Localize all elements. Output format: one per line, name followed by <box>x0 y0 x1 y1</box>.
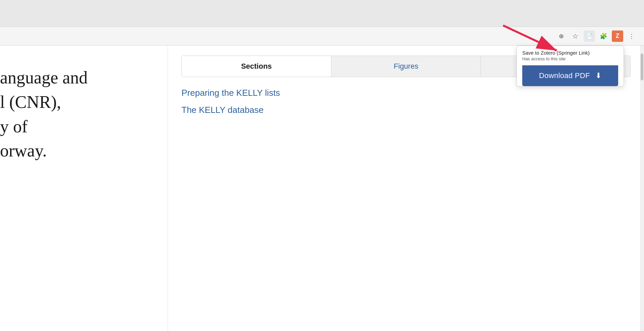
tab-figures[interactable]: Figures <box>331 56 481 77</box>
section-link-kelly-database[interactable]: The KELLY database <box>181 105 631 115</box>
tooltip-title: Save to Zotero (Springer Link) <box>522 50 618 56</box>
download-pdf-button[interactable]: Download PDF ⬇ <box>522 65 618 86</box>
scrollbar[interactable] <box>640 46 644 331</box>
extensions-icon[interactable]: 🧩 <box>598 30 609 42</box>
browser-toolbar: ⊕ ☆ 📄 🧩 Z ⋮ Save to Zotero (Springer Lin… <box>0 27 644 46</box>
text-line-1: anguage and <box>0 66 154 90</box>
tooltip-subtitle: Has access to this site <box>522 56 618 61</box>
text-line-3: y of <box>0 115 154 139</box>
zotero-button[interactable]: Z <box>612 30 623 42</box>
zotero-tooltip: Save to Zotero (Springer Link) Has acces… <box>517 46 624 86</box>
left-text-area: anguage and l (CNR), y of orway. <box>0 46 168 331</box>
browser-chrome <box>0 0 644 27</box>
text-line-2: l (CNR), <box>0 90 154 115</box>
reader-icon[interactable]: 📄 <box>584 30 595 42</box>
more-menu-icon[interactable]: ⋮ <box>626 30 637 42</box>
tab-sections[interactable]: Sections <box>182 56 331 77</box>
download-icon: ⬇ <box>595 71 601 80</box>
main-content: anguage and l (CNR), y of orway. Section… <box>0 46 644 331</box>
scrollbar-thumb[interactable] <box>641 54 643 80</box>
zoom-icon[interactable]: ⊕ <box>555 30 567 42</box>
section-link-kelly-lists[interactable]: Preparing the KELLY lists <box>181 88 631 98</box>
bookmark-icon[interactable]: ☆ <box>570 30 581 42</box>
right-panel: Sections Figures References Preparing th… <box>168 46 644 331</box>
text-line-4: orway. <box>0 139 154 163</box>
